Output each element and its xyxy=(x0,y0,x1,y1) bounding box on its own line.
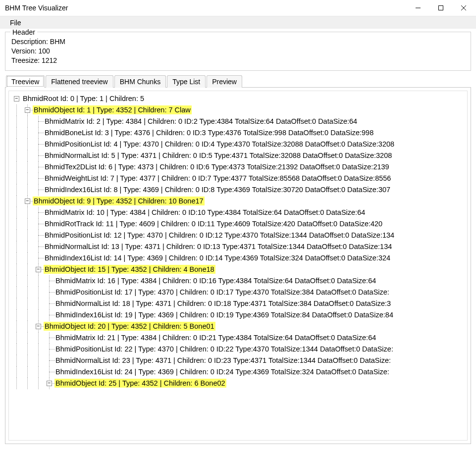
expander-icon[interactable] xyxy=(36,324,41,329)
svg-rect-1 xyxy=(439,6,443,10)
minimize-button[interactable] xyxy=(407,0,429,16)
tree-node-leaf[interactable]: BhmidIndex16List Id: 24 | Type: 4369 | C… xyxy=(54,367,390,376)
tree-row[interactable]: BhmidRoot Id: 0 | Type: 1 | Children: 5 xyxy=(11,93,465,104)
titlebar: BHM Tree Visualizer xyxy=(0,0,476,16)
tree-node-leaf[interactable]: BhmidRotTrack Id: 11 | Type: 4609 | Chil… xyxy=(44,219,383,228)
header-treesize: Treesize: 1212 xyxy=(11,56,465,65)
expander-icon[interactable] xyxy=(25,199,30,204)
header-treesize-value: 1212 xyxy=(42,56,57,64)
tree-row[interactable]: BhmidMatrix Id: 10 | Type: 4384 | Childr… xyxy=(11,207,465,218)
header-description: Description: BHM xyxy=(11,37,465,47)
tree-row[interactable]: BhmidObject Id: 9 | Type: 4352 | Childre… xyxy=(11,196,465,207)
tree-row[interactable]: BhmidObject Id: 1 | Type: 4352 | Childre… xyxy=(11,104,465,116)
tree-row[interactable]: BhmidMatrix Id: 16 | Type: 4384 | Childr… xyxy=(11,275,465,287)
tree-node-leaf[interactable]: BhmidIndex16List Id: 19 | Type: 4369 | C… xyxy=(54,310,394,319)
tree-row[interactable]: BhmidNormalList Id: 5 | Type: 4371 | Chi… xyxy=(11,150,465,161)
tree-node-leaf[interactable]: BhmidIndex16List Id: 14 | Type: 4369 | C… xyxy=(44,253,391,262)
tree-node-leaf[interactable]: BhmidBoneList Id: 3 | Type: 4376 | Child… xyxy=(44,128,374,137)
tree-row[interactable]: BhmidIndex16List Id: 14 | Type: 4369 | C… xyxy=(11,252,465,264)
tree-row[interactable]: BhmidPositionList Id: 22 | Type: 4370 | … xyxy=(11,344,465,355)
tree-row[interactable]: BhmidIndex16List Id: 19 | Type: 4369 | C… xyxy=(11,309,465,321)
header-title: Header xyxy=(10,29,37,37)
tree-row[interactable]: BhmidNormalList Id: 13 | Type: 4371 | Ch… xyxy=(11,241,465,252)
tree-node-leaf[interactable]: BhmidNormalList Id: 5 | Type: 4371 | Chi… xyxy=(44,151,393,160)
expander-icon[interactable] xyxy=(47,381,52,386)
tree-node-object[interactable]: BhmidObject Id: 9 | Type: 4352 | Childre… xyxy=(33,197,205,205)
close-icon xyxy=(461,5,466,10)
maximize-icon xyxy=(438,5,443,10)
tree-node-leaf[interactable]: BhmidPositionList Id: 12 | Type: 4370 | … xyxy=(44,231,395,240)
tree-row[interactable]: BhmidIndex16List Id: 24 | Type: 4369 | C… xyxy=(11,366,465,378)
tree-row[interactable]: BhmidMatrix Id: 21 | Type: 4384 | Childr… xyxy=(11,332,465,344)
tree-row[interactable]: BhmidWeightList Id: 7 | Type: 4377 | Chi… xyxy=(11,173,465,184)
tree-node-leaf[interactable]: BhmidIndex16List Id: 8 | Type: 4369 | Ch… xyxy=(44,185,391,194)
tree-scroll[interactable]: BhmidRoot Id: 0 | Type: 1 | Children: 5 … xyxy=(8,91,468,441)
tree-node-leaf[interactable]: BhmidMatrix Id: 21 | Type: 4384 | Childr… xyxy=(54,333,377,342)
tree-node-leaf[interactable]: BhmidWeightList Id: 7 | Type: 4377 | Chi… xyxy=(44,174,392,183)
tree-row[interactable]: BhmidNormalList Id: 18 | Type: 4371 | Ch… xyxy=(11,298,465,309)
tree: BhmidRoot Id: 0 | Type: 1 | Children: 5 … xyxy=(9,91,467,391)
tree-node-leaf[interactable]: BhmidPositionList Id: 22 | Type: 4370 | … xyxy=(54,345,394,353)
tree-row[interactable]: BhmidMatrix Id: 2 | Type: 4384 | Childre… xyxy=(11,116,465,127)
tree-node-leaf[interactable]: BhmidPositionList Id: 4 | Type: 4370 | C… xyxy=(44,140,395,149)
tree-row[interactable]: BhmidTex2DList Id: 6 | Type: 4373 | Chil… xyxy=(11,161,465,173)
expander-icon[interactable] xyxy=(25,107,30,113)
menubar: File xyxy=(0,16,476,29)
expander-icon[interactable] xyxy=(36,267,41,272)
tree-row[interactable]: BhmidNormalList Id: 23 | Type: 4371 | Ch… xyxy=(11,355,465,366)
tree-row[interactable]: BhmidIndex16List Id: 8 | Type: 4369 | Ch… xyxy=(11,184,465,196)
header-groupbox: Header Description: BHM Version: 100 Tre… xyxy=(5,32,471,71)
menu-file[interactable]: File xyxy=(7,18,24,28)
expander-icon[interactable] xyxy=(14,96,19,101)
minimize-icon xyxy=(416,5,421,10)
tabpanel-treeview: BhmidRoot Id: 0 | Type: 1 | Children: 5 … xyxy=(5,88,471,444)
tree-node-leaf[interactable]: BhmidNormalList Id: 18 | Type: 4371 | Ch… xyxy=(54,299,392,308)
tree-node-object[interactable]: BhmidObject Id: 15 | Type: 4352 | Childr… xyxy=(44,265,215,274)
tree-row[interactable]: BhmidBoneList Id: 3 | Type: 4376 | Child… xyxy=(11,127,465,139)
header-version: Version: 100 xyxy=(11,47,465,56)
close-button[interactable] xyxy=(452,0,475,16)
tree-row[interactable]: BhmidObject Id: 20 | Type: 4352 | Childr… xyxy=(11,321,465,332)
tree-row[interactable]: BhmidObject Id: 15 | Type: 4352 | Childr… xyxy=(11,264,465,275)
tree-row[interactable]: BhmidPositionList Id: 12 | Type: 4370 | … xyxy=(11,230,465,241)
tab-chunks[interactable]: BHM Chunks xyxy=(114,75,166,88)
tree-node-leaf[interactable]: BhmidTex2DList Id: 6 | Type: 4373 | Chil… xyxy=(44,162,390,171)
tab-flattened[interactable]: Flattened treeview xyxy=(46,75,113,88)
tab-treeview[interactable]: Treeview xyxy=(6,75,45,88)
tree-node-object[interactable]: BhmidObject Id: 1 | Type: 4352 | Childre… xyxy=(33,105,192,114)
tree-node-leaf[interactable]: BhmidNormalList Id: 23 | Type: 4371 | Ch… xyxy=(54,356,392,365)
header-version-label: Version: xyxy=(11,47,37,55)
tree-node-leaf[interactable]: BhmidPositionList Id: 17 | Type: 4370 | … xyxy=(54,288,390,297)
tree-node-leaf[interactable]: BhmidMatrix Id: 10 | Type: 4384 | Childr… xyxy=(44,208,366,217)
tree-node-object[interactable]: BhmidObject Id: 25 | Type: 4352 | Childr… xyxy=(54,379,226,388)
tab-preview[interactable]: Preview xyxy=(207,75,242,88)
tabstrip: Treeview Flattened treeview BHM Chunks T… xyxy=(5,75,471,88)
tree-row[interactable]: BhmidRotTrack Id: 11 | Type: 4609 | Chil… xyxy=(11,218,465,230)
header-description-label: Description: xyxy=(11,38,48,46)
tree-node-root[interactable]: BhmidRoot Id: 0 | Type: 1 | Children: 5 xyxy=(22,94,145,103)
header-treesize-label: Treesize: xyxy=(11,56,40,64)
tree-node-object[interactable]: BhmidObject Id: 20 | Type: 4352 | Childr… xyxy=(44,322,215,331)
tree-row[interactable]: BhmidPositionList Id: 17 | Type: 4370 | … xyxy=(11,287,465,298)
header-description-value: BHM xyxy=(50,38,65,46)
tree-row[interactable]: BhmidPositionList Id: 4 | Type: 4370 | C… xyxy=(11,139,465,150)
tree-row[interactable]: BhmidObject Id: 25 | Type: 4352 | Childr… xyxy=(11,378,465,389)
window-title: BHM Tree Visualizer xyxy=(5,4,407,12)
maximize-button[interactable] xyxy=(429,0,452,16)
tree-node-leaf[interactable]: BhmidNormalList Id: 13 | Type: 4371 | Ch… xyxy=(44,242,393,251)
header-version-value: 100 xyxy=(38,47,50,55)
tab-typelist[interactable]: Type List xyxy=(167,75,206,88)
tree-node-leaf[interactable]: BhmidMatrix Id: 16 | Type: 4384 | Childr… xyxy=(54,276,377,285)
tree-node-leaf[interactable]: BhmidMatrix Id: 2 | Type: 4384 | Childre… xyxy=(44,117,358,126)
